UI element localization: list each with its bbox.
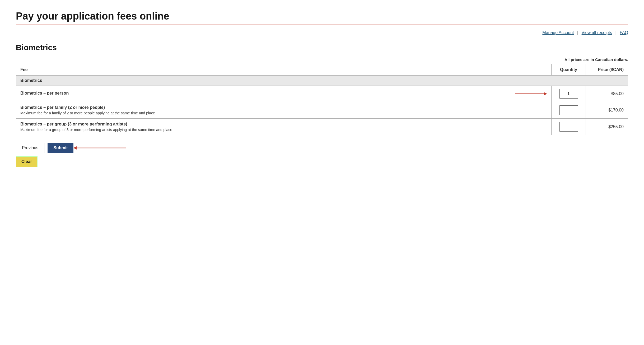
- fee-name-1: Biometrics – per person: [20, 91, 69, 96]
- faq-link[interactable]: FAQ: [620, 30, 628, 35]
- fee-name-3: Biometrics – per group (3 or more perfor…: [20, 122, 547, 127]
- fee-cell-3: Biometrics – per group (3 or more perfor…: [16, 119, 552, 135]
- table-row: Biometrics – per person $85.00: [16, 86, 628, 102]
- view-receipts-link[interactable]: View all receipts: [582, 30, 612, 35]
- buttons-row: Previous Submit: [16, 143, 628, 153]
- col-price-header: Price ($CAN): [586, 64, 628, 76]
- currency-note: All prices are in Canadian dollars.: [16, 57, 628, 62]
- qty-input-2[interactable]: [559, 105, 578, 115]
- annotation-arrow-left: [73, 145, 126, 151]
- submit-wrapper: Submit: [48, 143, 126, 153]
- separator-1: |: [577, 30, 578, 35]
- section-title: Biometrics: [16, 43, 628, 52]
- submit-button[interactable]: Submit: [48, 143, 73, 153]
- fee-table: Fee Quantity Price ($CAN) Biometrics Bio…: [16, 64, 628, 135]
- fee-desc-2: Maximum fee for a family of 2 or more pe…: [20, 111, 547, 115]
- col-fee-header: Fee: [16, 64, 552, 76]
- table-header-row: Fee Quantity Price ($CAN): [16, 64, 628, 76]
- fee-cell-1: Biometrics – per person: [16, 86, 552, 102]
- previous-button[interactable]: Previous: [16, 143, 44, 153]
- price-cell-3: $255.00: [586, 119, 628, 135]
- svg-marker-2: [73, 146, 77, 150]
- separator-2: |: [615, 30, 616, 35]
- title-divider: [16, 25, 628, 25]
- page-title: Pay your application fees online: [16, 11, 628, 22]
- table-row: Biometrics – per group (3 or more perfor…: [16, 119, 628, 135]
- clear-row: Clear: [16, 156, 628, 167]
- group-header-row: Biometrics: [16, 76, 628, 86]
- qty-cell-1: [552, 86, 586, 102]
- svg-marker-1: [544, 92, 547, 95]
- manage-account-link[interactable]: Manage Account: [542, 30, 574, 35]
- group-header-cell: Biometrics: [16, 76, 628, 86]
- qty-input-1[interactable]: [559, 89, 578, 99]
- col-quantity-header: Quantity: [552, 64, 586, 76]
- table-row: Biometrics – per family (2 or more peopl…: [16, 102, 628, 119]
- fee-desc-3: Maximum fee for a group of 3 or more per…: [20, 128, 547, 132]
- clear-button[interactable]: Clear: [16, 156, 38, 167]
- fee-cell-2: Biometrics – per family (2 or more peopl…: [16, 102, 552, 119]
- account-links: Manage Account | View all receipts | FAQ: [16, 30, 628, 35]
- annotation-arrow-right: [515, 91, 547, 97]
- price-cell-1: $85.00: [586, 86, 628, 102]
- qty-cell-2: [552, 102, 586, 119]
- qty-input-3[interactable]: [559, 122, 578, 132]
- price-cell-2: $170.00: [586, 102, 628, 119]
- qty-cell-3: [552, 119, 586, 135]
- fee-name-2: Biometrics – per family (2 or more peopl…: [20, 105, 547, 110]
